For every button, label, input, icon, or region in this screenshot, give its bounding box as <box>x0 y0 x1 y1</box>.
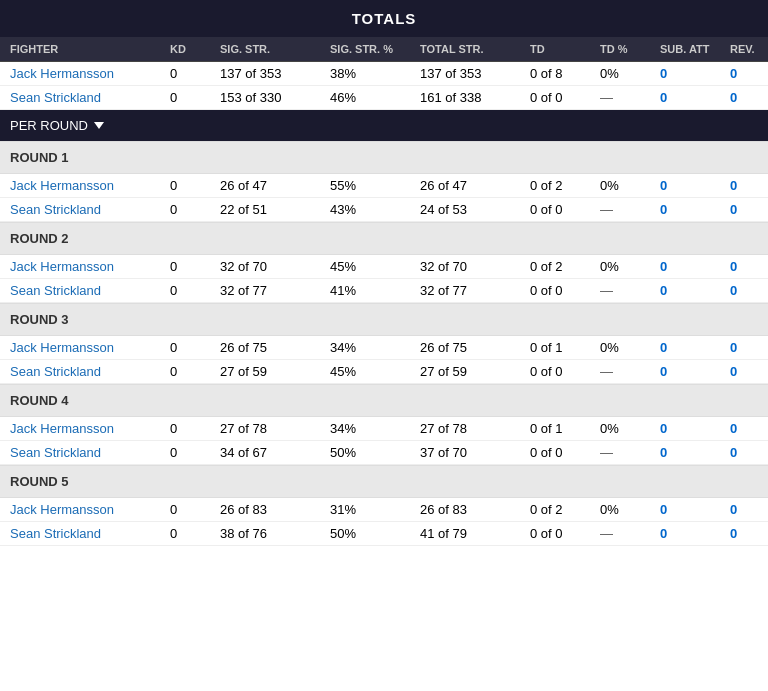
cell-total_str: 26 of 83 <box>420 502 530 517</box>
cell-rev: 0 <box>730 364 768 379</box>
cell-sig_str: 26 of 83 <box>220 502 330 517</box>
cell-sub_att: 0 <box>660 202 730 217</box>
cell-sig_str: 26 of 75 <box>220 340 330 355</box>
table-row: Sean Strickland032 of 7741%32 of 770 of … <box>0 279 768 303</box>
cell-sub_att: 0 <box>660 445 730 460</box>
cell-kd: 0 <box>170 340 220 355</box>
cell-td: 0 of 1 <box>530 421 600 436</box>
table-row: Jack Hermansson027 of 7834%27 of 780 of … <box>0 417 768 441</box>
table-row: Sean Strickland034 of 6750%37 of 700 of … <box>0 441 768 465</box>
cell-kd: 0 <box>170 364 220 379</box>
fighter-name[interactable]: Sean Strickland <box>10 90 170 105</box>
round-header: ROUND 3 <box>0 303 768 336</box>
fighter-name[interactable]: Jack Hermansson <box>10 66 170 81</box>
cell-td: 0 of 1 <box>530 340 600 355</box>
fighter-name[interactable]: Jack Hermansson <box>10 340 170 355</box>
cell-sub_att: 0 <box>660 90 730 105</box>
cell-kd: 0 <box>170 421 220 436</box>
table-row: Jack Hermansson032 of 7045%32 of 700 of … <box>0 255 768 279</box>
cell-sig_str_pct: 45% <box>330 364 420 379</box>
cell-rev: 0 <box>730 421 768 436</box>
col-kd: KD <box>170 43 220 55</box>
fighter-name[interactable]: Jack Hermansson <box>10 502 170 517</box>
col-rev: REV. <box>730 43 768 55</box>
cell-sig_str_pct: 45% <box>330 259 420 274</box>
cell-sig_str_pct: 38% <box>330 66 420 81</box>
chevron-down-icon <box>94 122 104 129</box>
cell-sig_str: 32 of 77 <box>220 283 330 298</box>
cell-sub_att: 0 <box>660 502 730 517</box>
cell-td: 0 of 2 <box>530 178 600 193</box>
cell-sub_att: 0 <box>660 283 730 298</box>
fighter-name[interactable]: Sean Strickland <box>10 526 170 541</box>
cell-rev: 0 <box>730 283 768 298</box>
col-td-pct: TD % <box>600 43 660 55</box>
cell-td: 0 of 0 <box>530 364 600 379</box>
cell-total_str: 24 of 53 <box>420 202 530 217</box>
cell-sig_str: 26 of 47 <box>220 178 330 193</box>
col-sig-str: SIG. STR. <box>220 43 330 55</box>
cell-sig_str: 27 of 59 <box>220 364 330 379</box>
round-header: ROUND 1 <box>0 141 768 174</box>
cell-td_pct: 0% <box>600 340 660 355</box>
cell-td: 0 of 8 <box>530 66 600 81</box>
cell-sig_str: 34 of 67 <box>220 445 330 460</box>
cell-td: 0 of 2 <box>530 259 600 274</box>
cell-sub_att: 0 <box>660 259 730 274</box>
rounds-section: ROUND 1Jack Hermansson026 of 4755%26 of … <box>0 141 768 546</box>
fighter-name[interactable]: Sean Strickland <box>10 283 170 298</box>
round-header: ROUND 2 <box>0 222 768 255</box>
cell-sig_str_pct: 46% <box>330 90 420 105</box>
cell-sig_str_pct: 55% <box>330 178 420 193</box>
per-round-toggle[interactable]: PER ROUND <box>0 110 768 141</box>
cell-kd: 0 <box>170 445 220 460</box>
fighter-name[interactable]: Sean Strickland <box>10 445 170 460</box>
cell-sig_str: 137 of 353 <box>220 66 330 81</box>
table-row: Sean Strickland022 of 5143%24 of 530 of … <box>0 198 768 222</box>
cell-td_pct: 0% <box>600 502 660 517</box>
fighter-name[interactable]: Jack Hermansson <box>10 178 170 193</box>
cell-rev: 0 <box>730 259 768 274</box>
cell-td_pct: — <box>600 90 660 105</box>
table-row: Jack Hermansson026 of 7534%26 of 750 of … <box>0 336 768 360</box>
cell-total_str: 32 of 70 <box>420 259 530 274</box>
fighter-name[interactable]: Jack Hermansson <box>10 421 170 436</box>
fighter-name[interactable]: Sean Strickland <box>10 364 170 379</box>
cell-sig_str_pct: 50% <box>330 445 420 460</box>
cell-kd: 0 <box>170 90 220 105</box>
cell-total_str: 37 of 70 <box>420 445 530 460</box>
cell-sub_att: 0 <box>660 178 730 193</box>
per-round-label: PER ROUND <box>10 118 88 133</box>
cell-sig_str: 32 of 70 <box>220 259 330 274</box>
cell-sig_str_pct: 43% <box>330 202 420 217</box>
table-row: Sean Strickland038 of 7650%41 of 790 of … <box>0 522 768 546</box>
table-row: Jack Hermansson026 of 8331%26 of 830 of … <box>0 498 768 522</box>
col-sub-att: SUB. ATT <box>660 43 730 55</box>
table-row: Jack Hermansson026 of 4755%26 of 470 of … <box>0 174 768 198</box>
cell-sig_str: 153 of 330 <box>220 90 330 105</box>
cell-td_pct: — <box>600 283 660 298</box>
cell-sub_att: 0 <box>660 526 730 541</box>
col-fighter: FIGHTER <box>10 43 170 55</box>
cell-rev: 0 <box>730 202 768 217</box>
cell-td_pct: — <box>600 364 660 379</box>
cell-td_pct: 0% <box>600 259 660 274</box>
col-sig-str-pct: SIG. STR. % <box>330 43 420 55</box>
cell-sig_str_pct: 34% <box>330 421 420 436</box>
fighter-name[interactable]: Sean Strickland <box>10 202 170 217</box>
cell-sub_att: 0 <box>660 421 730 436</box>
cell-sub_att: 0 <box>660 364 730 379</box>
cell-kd: 0 <box>170 178 220 193</box>
cell-total_str: 161 of 338 <box>420 90 530 105</box>
cell-td: 0 of 0 <box>530 90 600 105</box>
table-row: Sean Strickland0153 of 33046%161 of 3380… <box>0 86 768 110</box>
cell-td: 0 of 0 <box>530 202 600 217</box>
table-header: FIGHTER KD SIG. STR. SIG. STR. % TOTAL S… <box>0 37 768 62</box>
cell-td: 0 of 0 <box>530 445 600 460</box>
cell-total_str: 137 of 353 <box>420 66 530 81</box>
cell-total_str: 41 of 79 <box>420 526 530 541</box>
cell-kd: 0 <box>170 259 220 274</box>
fighter-name[interactable]: Jack Hermansson <box>10 259 170 274</box>
cell-kd: 0 <box>170 66 220 81</box>
cell-td_pct: 0% <box>600 66 660 81</box>
